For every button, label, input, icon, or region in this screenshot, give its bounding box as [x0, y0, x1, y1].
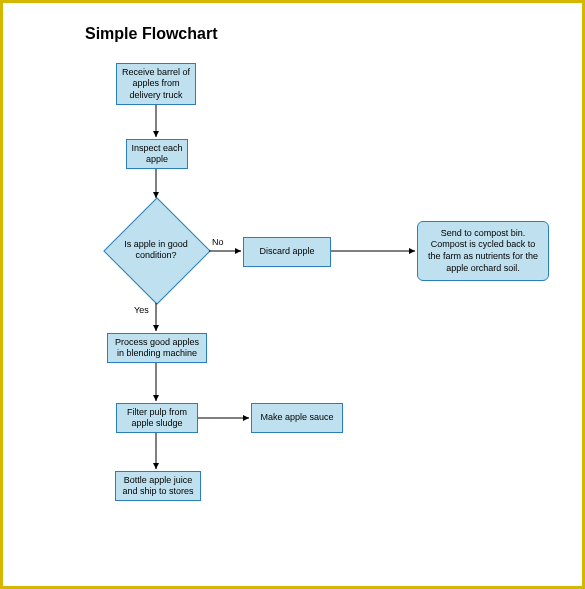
- node-receive: Receive barrel of apples from delivery t…: [116, 63, 196, 105]
- node-compost: Send to compost bin. Compost is cycled b…: [417, 221, 549, 281]
- node-sauce: Make apple sauce: [251, 403, 343, 433]
- node-decision: Is apple in good condition?: [119, 213, 193, 287]
- edge-label-no: No: [212, 237, 224, 247]
- edge-label-yes: Yes: [134, 305, 149, 315]
- node-filter: Filter pulp from apple sludge: [116, 403, 198, 433]
- node-inspect: Inspect each apple: [126, 139, 188, 169]
- node-decision-label: Is apple in good condition?: [119, 213, 193, 287]
- page-title: Simple Flowchart: [85, 25, 217, 43]
- node-process: Process good apples in blending machine: [107, 333, 207, 363]
- flowchart-canvas: Simple Flowchart Receive barrel of apple…: [0, 0, 585, 589]
- connectors: [3, 3, 585, 589]
- node-discard: Discard apple: [243, 237, 331, 267]
- node-bottle: Bottle apple juice and ship to stores: [115, 471, 201, 501]
